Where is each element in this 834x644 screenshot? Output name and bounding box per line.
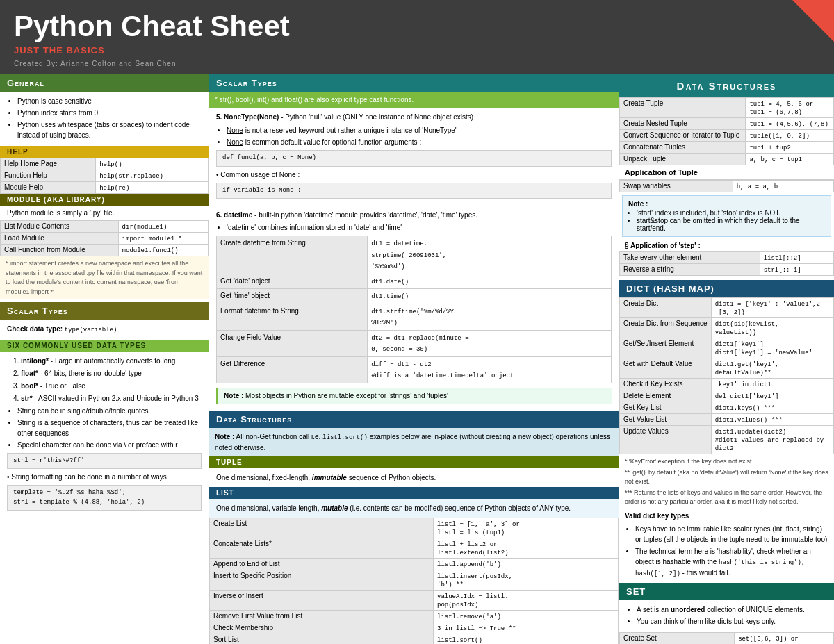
- table-row: Delete Element del dict1['key1']: [620, 390, 834, 402]
- valid-keys-header: Valid dict key types: [619, 510, 834, 522]
- scalar-types-mid-header: Scalar Types: [209, 74, 619, 92]
- code-if-none: if variable is None :: [216, 183, 612, 199]
- table-row: Create Nested Tuple tup1 = (4,5,6), (7,8…: [620, 118, 834, 130]
- dict-note-1: * 'KeyError' exception if the key does n…: [625, 457, 828, 467]
- none-section: 5. NoneType(None) - Python 'null' value …: [209, 108, 619, 206]
- table-row: Insert to Specific Position listl.insert…: [210, 570, 619, 591]
- note-start-stop: Note : 'start' index is included, but 's…: [622, 195, 831, 237]
- module-table: List Module Contents dir(module1) Load M…: [0, 220, 208, 256]
- table-row: Swap variables b, a = a, b: [620, 181, 834, 192]
- non-get-note: Note : All non-Get function call i.e. li…: [209, 428, 619, 457]
- none-common: • Common usage of None :: [216, 170, 612, 180]
- six-types-header: SIX COMMONLY USED DATA TYPES: [0, 340, 208, 352]
- list-header: LIST: [209, 487, 619, 499]
- table-row: Unpack Tuple a, b, c = tup1: [620, 154, 834, 165]
- help-table: Help Home Page help() Function Help help…: [0, 158, 208, 194]
- corner-decoration: [792, 0, 834, 42]
- swap-table: Swap variables b, a = a, b: [619, 180, 834, 192]
- code-template: template = '%.2f %s haha %$d';strl = tem…: [7, 485, 202, 511]
- subtitle: JUST THE BASICS: [14, 45, 820, 56]
- list-table: Create List listl = [1, 'a', 3] orlistl …: [209, 518, 619, 644]
- list-item: 'start' index is included, but 'stop' in…: [637, 209, 825, 217]
- list-item: String can be in single/double/triple qu…: [17, 406, 202, 416]
- step-table: Take every other element listl[::2] Reve…: [619, 251, 834, 276]
- valid-keys-bullets: Keys have to be immutable like scalar ty…: [625, 524, 828, 579]
- data-structures-mid-header: Data Structures: [209, 411, 619, 428]
- list-item: 'datetime' combines information stored i…: [227, 222, 612, 233]
- module-header: MODULE (AKA LIBRARY): [0, 194, 208, 206]
- header: Python Cheat Sheet JUST THE BASICS Creat…: [0, 0, 834, 74]
- table-row: Function Help help(str.replace): [1, 170, 208, 182]
- table-row: Create Dict dict1 = {'key1' : 'value1',2…: [620, 298, 834, 318]
- help-header: HELP: [0, 146, 208, 158]
- dict-table: Create Dict dict1 = {'key1' : 'value1',2…: [619, 297, 834, 454]
- list-item: String is a sequence of characters, thus…: [17, 418, 202, 438]
- dict-note-2: ** 'get()' by default (aka no 'defaultVa…: [625, 468, 828, 487]
- scalar-note: * str(), bool(), int() and float() are a…: [209, 92, 619, 108]
- table-row: Get Difference diff = dt1 - dt2#diff is …: [217, 356, 612, 383]
- step-label: § Application of 'step' :: [619, 240, 834, 251]
- set-header: SET: [619, 583, 834, 600]
- table-row: Update Values dict1.update(dict2)#dict1 …: [620, 426, 834, 454]
- general-header: General: [0, 74, 208, 92]
- table-row: Get Value List dict1.values() ***: [620, 414, 834, 426]
- module-note: Python module is simply a '.py' file.: [0, 206, 208, 220]
- header-text: Python Cheat Sheet JUST THE BASICS Creat…: [14, 10, 820, 67]
- set-bullets: A set is an unordered collection of UNIQ…: [626, 604, 827, 627]
- right-column: Data Structures Create Tuple tup1 = 4, 5…: [619, 74, 834, 644]
- general-content: Python is case sensitive Python index st…: [0, 92, 208, 146]
- list-item: Keys have to be immutable like scalar ty…: [635, 524, 828, 545]
- dict-notes: * 'KeyError' exception if the key does n…: [619, 454, 834, 510]
- none-bullets: None is not a reserved keyword but rathe…: [216, 125, 612, 147]
- table-row: Load Module import module1 *: [1, 233, 208, 245]
- table-row: Get with Default Value dict1.get('key1',…: [620, 358, 834, 379]
- code-strl: strl = r'this\#?ff': [7, 453, 202, 470]
- set-table: Create Set set([3,6, 3]) or{3,6,3} Test …: [619, 632, 834, 644]
- module-footnote: * import statement creates a new namespa…: [0, 256, 208, 299]
- list-item: Special character can be done via \ or p…: [17, 440, 202, 450]
- tuple-desc: One dimensional, fixed-length, immutable…: [209, 468, 619, 487]
- table-row: Create Tuple tup1 = 4, 5, 6 ortup1 = (6,…: [620, 98, 834, 118]
- table-row: Change Field Value dt2 = dt1.replace(min…: [217, 330, 612, 356]
- list-item: str* - ASCII valued in Python 2.x and Un…: [21, 393, 202, 404]
- table-row: Take every other element listl[::2]: [620, 252, 834, 264]
- general-bullets: Python is case sensitive Python index st…: [7, 96, 202, 140]
- none-item: 5. NoneType(None) - Python 'null' value …: [216, 112, 612, 122]
- string-fmt-note: • String formatting can be done in a num…: [7, 472, 202, 482]
- table-row: Get/Set/Insert Element dict1['key1']dict…: [620, 338, 834, 358]
- numbered-list: int/long* - Large int automatically conv…: [7, 356, 202, 404]
- dict-note-3: *** Returns the lists of keys and values…: [625, 488, 828, 507]
- set-desc: A set is an unordered collection of UNIQ…: [619, 600, 834, 632]
- table-row: Check if Key Exists 'key1' in dict1: [620, 379, 834, 390]
- table-row: Module Help help(re): [1, 182, 208, 194]
- table-row: Get 'date' object dt1.date(): [217, 274, 612, 289]
- table-row: Get Key List dict1.keys() ***: [620, 402, 834, 414]
- list-item: start&stop can be omitted in which they …: [637, 217, 825, 232]
- note-bullets: 'start' index is included, but 'stop' in…: [628, 209, 825, 232]
- page-title: Python Cheat Sheet: [14, 10, 820, 42]
- check-data-type: Check data type: type(variable): [0, 320, 208, 340]
- help-table-wrap: Help Home Page help() Function Help help…: [0, 158, 208, 194]
- tuple-header: TUPLE: [209, 456, 619, 468]
- author: Created By: Arianne Colton and Sean Chen: [14, 60, 820, 67]
- table-row: Call Function from Module module1.func1(…: [1, 245, 208, 256]
- mid-column: Scalar Types * str(), bool(), int() and …: [208, 74, 619, 644]
- dict-header: DICT (HASH MAP): [619, 280, 834, 297]
- list-item: int/long* - Large int automatically conv…: [21, 356, 202, 366]
- list-item: float* - 64 bits, there is no 'double' t…: [21, 368, 202, 379]
- valid-keys-content: Keys have to be immutable like scalar ty…: [619, 522, 834, 583]
- datetime-table: Create datetime from String dt1 = dateti…: [216, 236, 612, 383]
- table-row: Create Dict from Sequence dict(sip(keyLi…: [620, 318, 834, 338]
- table-row: Append to End of List listl.append('b'): [210, 559, 619, 570]
- table-row: List Module Contents dir(module1): [1, 221, 208, 233]
- table-row: Create List listl = [1, 'a', 3] orlistl …: [210, 518, 619, 538]
- table-row: Get 'time' object dt1.time(): [217, 289, 612, 304]
- table-row: Concatenate Lists* listl + list2 orlistl…: [210, 538, 619, 559]
- table-row: Convert Sequence or Iterator to Tuple tu…: [620, 130, 834, 142]
- list-item: Python index starts from 0: [17, 108, 202, 118]
- code-funcl: def funcl(a, b, c = None): [216, 150, 612, 167]
- list-item: Python is case sensitive: [17, 96, 202, 106]
- list-desc: One dimensional, variable length, mutabl…: [209, 499, 619, 518]
- table-row: Concatenate Tuples tup1 + tup2: [620, 142, 834, 154]
- list-item: bool* - True or False: [21, 381, 202, 391]
